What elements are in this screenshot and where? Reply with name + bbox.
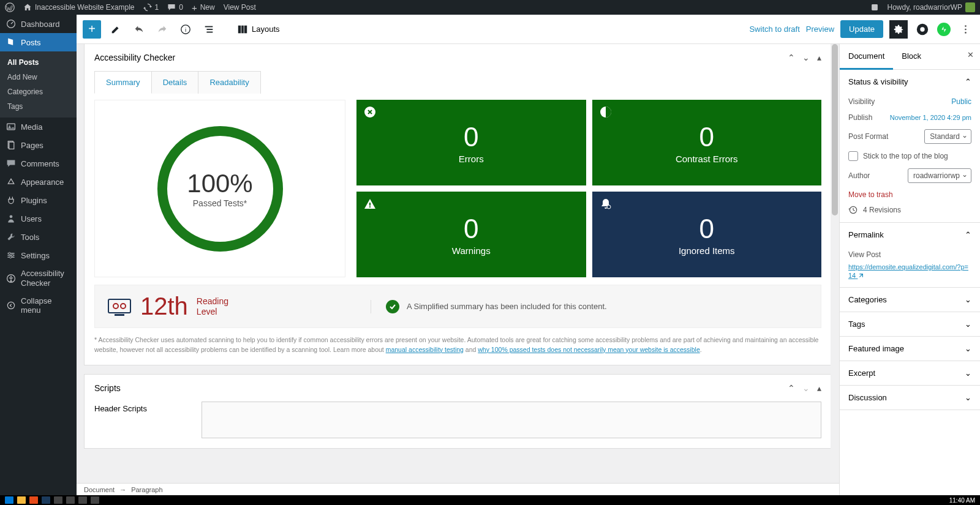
howdy-user[interactable]: Howdy, roadwarriorWP [888, 2, 975, 12]
site-home[interactable]: Inaccessible Website Example [23, 3, 135, 12]
new-content[interactable]: +New [192, 2, 215, 13]
notification-icon[interactable] [870, 3, 879, 12]
wp-logo[interactable] [5, 2, 15, 12]
view-post-link[interactable]: View Post [224, 3, 256, 12]
comments-count[interactable]: 0 [167, 3, 183, 12]
admin-bar: Inaccessible Website Example 1 0 +New Vi… [0, 0, 980, 15]
svg-rect-1 [872, 4, 878, 10]
updates-count[interactable]: 1 [143, 3, 159, 12]
